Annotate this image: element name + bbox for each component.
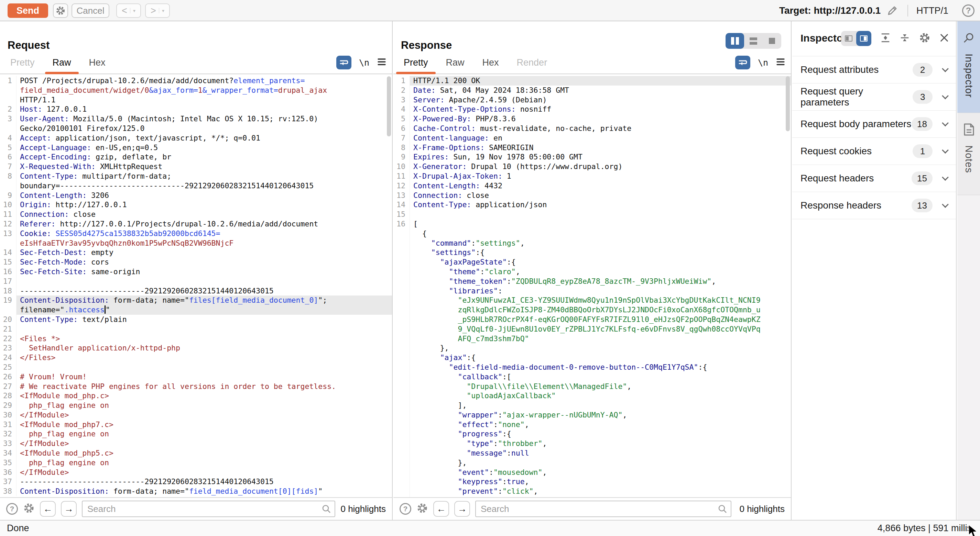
line-text[interactable]: ----------------------------292129206028… <box>16 477 392 487</box>
line-text[interactable]: X-Generator: Drupal 10 (https://www.drup… <box>410 162 791 171</box>
line-text[interactable]: X-Drupal-Ajax-Token: 1 <box>410 171 791 181</box>
word-wrap-toggle[interactable] <box>336 56 352 70</box>
line-text[interactable]: Expires: Sun, 19 Nov 1978 05:00:00 GMT <box>410 152 791 162</box>
inspector-section-response-headers[interactable]: Response headers13 <box>792 192 956 219</box>
line-text[interactable]: "callback":[ <box>410 372 791 382</box>
expand-all-button[interactable] <box>880 33 891 44</box>
line-text[interactable]: "theme_token":"ZQDBULqR8_eypZ8eA78_8azcT… <box>410 277 791 286</box>
line-text[interactable]: Cookie: SESS05d4275ca1538832b5ab92000bcd… <box>16 229 392 238</box>
layout-columns-button[interactable] <box>725 33 744 49</box>
line-text[interactable]: # Vroum! Vroum! <box>16 372 392 382</box>
line-text[interactable]: </Files> <box>16 353 392 363</box>
dock-right-button[interactable] <box>856 31 871 46</box>
line-text[interactable]: <Files *> <box>16 334 392 344</box>
show-newlines-toggle[interactable]: \n <box>359 58 369 68</box>
line-text[interactable]: ], <box>410 401 791 410</box>
tab-hex[interactable]: Hex <box>474 57 508 73</box>
search-help-icon[interactable]: ? <box>399 503 411 515</box>
line-text[interactable]: POST /Projects/drupal-10.2.6/media/add/d… <box>16 76 392 86</box>
line-text[interactable]: "message":null <box>410 449 791 458</box>
editor-menu-button[interactable] <box>776 58 785 67</box>
line-text[interactable]: Content-Disposition: form-data; name="fi… <box>16 487 392 496</box>
line-text[interactable] <box>16 363 392 372</box>
layout-single-button[interactable] <box>763 33 781 49</box>
line-text[interactable]: ----------------------------292129206028… <box>16 286 392 296</box>
rail-tab-notes[interactable]: Notes <box>957 113 980 195</box>
line-text[interactable]: Host: 127.0.0.1 <box>16 105 392 114</box>
tab-hex[interactable]: Hex <box>80 57 115 73</box>
line-text[interactable]: Connection: close <box>410 191 791 200</box>
tab-raw[interactable]: Raw <box>437 57 474 73</box>
line-text[interactable]: "prevent":"click", <box>410 487 791 496</box>
line-text[interactable] <box>16 324 392 334</box>
response-editor[interactable]: 1HTTP/1.1 200 OK2Date: Sat, 04 May 2024 … <box>393 75 791 497</box>
line-text[interactable]: Sec-Fetch-Mode: cors <box>16 257 392 267</box>
line-text[interactable]: X-Powered-By: PHP/8.3.6 <box>410 114 791 124</box>
line-text[interactable]: Content-Type: application/json <box>410 200 791 209</box>
line-text[interactable]: "effect":"none", <box>410 420 791 430</box>
line-text[interactable]: "event":"mousedown", <box>410 468 791 477</box>
line-text[interactable]: HTTP/1.1 <box>16 95 392 105</box>
back-dropdown-caret[interactable]: ▾ <box>130 8 135 13</box>
line-text[interactable]: Content-Type: multipart/form-data; <box>16 171 392 181</box>
edit-target-button[interactable] <box>885 4 899 17</box>
layout-rows-button[interactable] <box>744 33 763 49</box>
response-scrollbar-thumb[interactable] <box>786 76 790 131</box>
editor-menu-button[interactable] <box>377 58 387 67</box>
line-text[interactable]: _pS9HLbR7ROcrPX4f-eqKGrOQ00FAFYFsR7IFZL9… <box>410 315 791 324</box>
line-text[interactable]: </IfModule> <box>16 468 392 477</box>
dock-left-button[interactable] <box>841 31 856 46</box>
line-text[interactable]: "libraries": <box>410 286 791 296</box>
search-input[interactable] <box>475 501 732 517</box>
line-text[interactable]: Sec-Fetch-Site: same-origin <box>16 267 392 277</box>
back-request-button[interactable]: < ▾ <box>116 3 141 18</box>
line-text[interactable]: Referer: http://127.0.0.1/Projects/drupa… <box>16 219 392 229</box>
forward-request-button[interactable]: > ▾ <box>145 3 170 18</box>
inspector-section-request-body-parameters[interactable]: Request body parameters18 <box>792 111 956 138</box>
word-wrap-toggle[interactable] <box>735 56 750 70</box>
line-text[interactable]: field_media_document/widget/0&ajax_form=… <box>16 86 392 95</box>
search-input[interactable] <box>82 501 335 517</box>
search-next-button[interactable]: → <box>61 501 77 517</box>
line-text[interactable]: php_flag engine on <box>16 429 392 439</box>
line-text[interactable]: Accept-Encoding: gzip, deflate, br <box>16 152 392 162</box>
search-prev-button[interactable]: ← <box>433 501 449 517</box>
line-text[interactable]: SetHandler application/x-httpd-php <box>16 343 392 353</box>
chevron-down-icon[interactable] <box>942 174 949 181</box>
request-editor[interactable]: 1POST /Projects/drupal-10.2.6/media/add/… <box>0 75 392 497</box>
send-settings-button[interactable] <box>53 3 68 18</box>
inspector-section-request-cookies[interactable]: Request cookies1 <box>792 138 956 165</box>
forward-dropdown-caret[interactable]: ▾ <box>159 8 164 13</box>
line-text[interactable]: "type":"throbber", <box>410 439 791 449</box>
line-text[interactable]: <IfModule mod_php7.c> <box>16 420 392 430</box>
line-text[interactable]: "wrapper":"ajax-wrapper--nUGbUMnY-AQ", <box>410 410 791 420</box>
tab-pretty[interactable]: Pretty <box>395 57 437 73</box>
line-text[interactable]: X-Content-Type-Options: nosniff <box>410 105 791 114</box>
inspector-section-request-headers[interactable]: Request headers15 <box>792 165 956 192</box>
line-text[interactable] <box>410 209 791 219</box>
line-text[interactable]: "eJx9UNFuwzAI_CE3-YZ9SUUIWdmw8Qyu1n19nSp… <box>410 295 791 305</box>
line-text[interactable]: "keypress":true, <box>410 477 791 487</box>
chevron-down-icon[interactable] <box>942 120 949 127</box>
chevron-down-icon[interactable] <box>942 201 949 208</box>
line-text[interactable]: }, <box>410 458 791 468</box>
line-text[interactable]: Content-Length: 4432 <box>410 181 791 191</box>
tab-raw[interactable]: Raw <box>44 57 80 73</box>
line-text[interactable]: Sec-Fetch-Dest: empty <box>16 248 392 257</box>
line-text[interactable]: Content-Type: text/plain <box>16 315 392 324</box>
search-settings-button[interactable] <box>23 502 35 515</box>
line-text[interactable]: Connection: close <box>16 209 392 219</box>
line-text[interactable]: "Drupal\\file\\Element\\ManagedFile", <box>410 382 791 391</box>
line-text[interactable]: User-Agent: Mozilla/5.0 (Macintosh; Inte… <box>16 114 392 124</box>
line-text[interactable] <box>16 277 392 286</box>
request-scrollbar-thumb[interactable] <box>387 76 391 136</box>
line-text[interactable]: "uploadAjaxCallback" <box>410 391 791 401</box>
search-settings-button[interactable] <box>417 502 428 515</box>
line-text[interactable]: { <box>410 229 791 238</box>
line-text[interactable]: Content-Disposition: form-data; name="fi… <box>16 295 392 305</box>
line-text[interactable]: Server: Apache/2.4.59 (Debian) <box>410 95 791 105</box>
line-text[interactable]: X-Frame-Options: SAMEORIGIN <box>410 143 791 152</box>
collapse-all-button[interactable] <box>899 33 910 44</box>
line-text[interactable]: "edit-field-media-document-0-remove-butt… <box>410 363 791 372</box>
line-text[interactable]: </IfModule> <box>16 439 392 449</box>
